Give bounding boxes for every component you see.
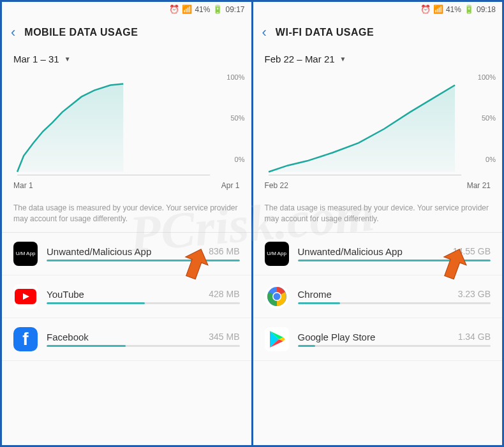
yaxis-0: 0% xyxy=(235,156,245,163)
date-range-selector[interactable]: Feb 22 – Mar 21 ▼ xyxy=(253,48,503,70)
app-name: Chrome xyxy=(298,289,332,300)
signal-icon: 📶 xyxy=(182,4,192,14)
battery-icon: 🔋 xyxy=(212,4,223,14)
date-range-label: Mar 1 – 31 xyxy=(13,54,59,64)
phone-screen-left: ⏰ 📶 41% 🔋 09:17 ‹ MOBILE DATA USAGE Mar … xyxy=(2,2,251,445)
app-row[interactable]: YouTube 428 MB xyxy=(2,275,251,318)
yaxis-0: 0% xyxy=(485,156,496,163)
app-usage: 836 MB xyxy=(209,246,239,256)
battery-percent: 41% xyxy=(446,5,461,14)
app-name: Unwanted/Malicious App xyxy=(298,246,403,257)
app-name: Facebook xyxy=(47,332,89,342)
date-range-selector[interactable]: Mar 1 – 31 ▼ xyxy=(2,48,251,70)
header: ‹ WI-FI DATA USAGE xyxy=(253,17,503,48)
progress-bar xyxy=(47,345,240,347)
yaxis-50: 50% xyxy=(230,114,244,122)
alarm-icon: ⏰ xyxy=(169,4,179,14)
clock-time: 09:17 xyxy=(225,5,244,14)
chart-svg xyxy=(11,76,242,181)
app-list: U/M App Unwanted/Malicious App 14.55 GB xyxy=(253,233,503,361)
back-icon[interactable]: ‹ xyxy=(11,24,15,41)
pointer-arrow-icon xyxy=(436,247,471,282)
youtube-icon xyxy=(13,284,38,309)
screenshots-container: ⏰ 📶 41% 🔋 09:17 ‹ MOBILE DATA USAGE Mar … xyxy=(2,2,502,445)
app-icon: U/M App xyxy=(13,242,38,266)
chart-svg xyxy=(262,76,494,181)
app-usage: 345 MB xyxy=(209,332,239,342)
app-usage: 3.23 GB xyxy=(458,289,491,299)
back-icon[interactable]: ‹ xyxy=(262,24,267,41)
svg-point-6 xyxy=(273,293,280,300)
status-bar: ⏰ 📶 41% 🔋 09:17 xyxy=(2,2,251,17)
app-name: YouTube xyxy=(47,289,84,300)
app-row[interactable]: U/M App Unwanted/Malicious App 14.55 GB xyxy=(253,233,503,275)
header: ‹ MOBILE DATA USAGE xyxy=(2,17,251,48)
progress-bar xyxy=(298,302,491,304)
usage-chart: 100% 50% 0% xyxy=(253,70,503,181)
app-row[interactable]: f Facebook 345 MB xyxy=(2,318,251,361)
progress-bar xyxy=(298,345,491,347)
disclaimer-text: The data usage is measured by your devic… xyxy=(253,195,503,233)
page-title: MOBILE DATA USAGE xyxy=(24,27,138,38)
app-usage: 1.34 GB xyxy=(458,332,491,342)
status-bar: ⏰ 📶 41% 🔋 09:18 xyxy=(253,2,503,17)
chevron-down-icon: ▼ xyxy=(64,55,71,62)
app-row[interactable]: U/M App Unwanted/Malicious App 836 MB xyxy=(2,233,251,275)
alarm-icon: ⏰ xyxy=(420,4,431,14)
phone-screen-right: ⏰ 📶 41% 🔋 09:18 ‹ WI-FI DATA USAGE Feb 2… xyxy=(253,2,503,445)
playstore-icon xyxy=(265,327,289,351)
progress-bar xyxy=(47,302,240,304)
usage-chart: 100% 50% 0% xyxy=(2,70,251,181)
yaxis-50: 50% xyxy=(482,114,496,122)
app-icon: U/M App xyxy=(265,242,289,266)
signal-icon: 📶 xyxy=(433,4,443,14)
date-range-label: Feb 22 – Mar 21 xyxy=(265,54,335,64)
yaxis-100: 100% xyxy=(478,73,496,81)
clock-time: 09:18 xyxy=(477,5,496,14)
chevron-down-icon: ▼ xyxy=(340,55,346,62)
app-usage: 428 MB xyxy=(209,289,239,299)
chrome-icon xyxy=(265,284,289,309)
app-row[interactable]: Chrome 3.23 GB xyxy=(253,275,503,318)
page-title: WI-FI DATA USAGE xyxy=(276,27,374,38)
yaxis-100: 100% xyxy=(226,73,244,81)
app-list: U/M App Unwanted/Malicious App 836 MB xyxy=(2,233,251,361)
facebook-icon: f xyxy=(13,327,38,351)
app-name: Google Play Store xyxy=(298,332,376,342)
battery-percent: 41% xyxy=(195,5,210,14)
app-name: Unwanted/Malicious App xyxy=(47,246,151,257)
app-row[interactable]: Google Play Store 1.34 GB xyxy=(253,318,503,361)
disclaimer-text: The data usage is measured by your devic… xyxy=(2,195,251,233)
battery-icon: 🔋 xyxy=(464,4,474,14)
pointer-arrow-icon xyxy=(178,247,213,282)
